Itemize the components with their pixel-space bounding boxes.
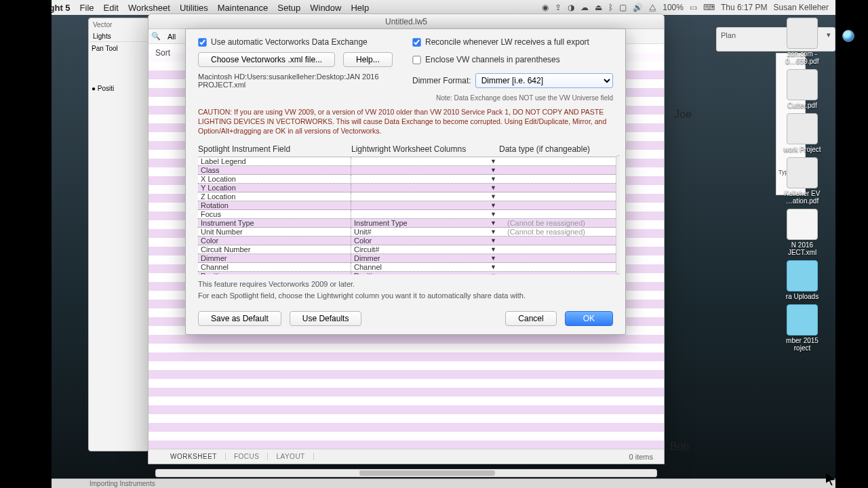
- table-row[interactable]: X Location ▼: [198, 175, 620, 184]
- volume-icon[interactable]: 🔊: [633, 3, 643, 12]
- spotlight-field: Dimmer: [198, 254, 351, 262]
- help-button[interactable]: Help...: [343, 52, 393, 67]
- lw-column-select[interactable]: ▼: [351, 176, 499, 182]
- globe-icon[interactable]: [842, 30, 854, 42]
- spotlight-field: Color: [198, 237, 351, 245]
- tab-worksheet[interactable]: WORKSHEET: [162, 453, 226, 460]
- table-row[interactable]: Unit Number Unit#▼ (Cannot be reassigned…: [198, 228, 620, 237]
- tab-all[interactable]: All: [163, 33, 180, 41]
- desktop-file[interactable]: work Project: [772, 113, 833, 153]
- menu-edit[interactable]: Edit: [104, 3, 119, 13]
- spotlight-field: Focus: [198, 210, 351, 218]
- battery-icon[interactable]: ▭: [690, 3, 697, 12]
- search-icon[interactable]: 🔍: [151, 32, 161, 41]
- menu-utilities[interactable]: Utilities: [180, 3, 208, 13]
- status-icons: ◉ ⇪ ◑ ☁︎ ⏏ ᛒ ▢ 🔊 ⧋ 100% ▭ ⌨︎ Thu 6:17 PM…: [542, 3, 863, 12]
- vw-window-title: Vector: [89, 18, 149, 31]
- cancel-button[interactable]: Cancel: [505, 311, 556, 326]
- status-icon[interactable]: ☁︎: [580, 3, 589, 12]
- desktop-file[interactable]: N 2016JECT.xml: [772, 209, 833, 256]
- mapping-table[interactable]: Label Legend ▼ Class ▼ X Location ▼ Y Lo…: [198, 157, 620, 274]
- spotlight-field: Unit Number: [198, 228, 351, 236]
- lw-footer: WORKSHEET FOCUS LAYOUT 0 items: [149, 449, 664, 464]
- window-title: Untitled.lw5: [149, 14, 664, 29]
- menu-setup[interactable]: Setup: [277, 3, 300, 13]
- table-row[interactable]: Channel Channel▼: [198, 263, 620, 272]
- table-row[interactable]: Class ▼: [198, 166, 620, 175]
- dropbox-icon[interactable]: ⇪: [555, 3, 561, 12]
- lw-column-select[interactable]: Color▼: [351, 237, 499, 245]
- menu-window[interactable]: Window: [310, 3, 341, 13]
- lw-column-select[interactable]: ▼: [351, 167, 499, 174]
- lw-column-select[interactable]: ▼: [351, 193, 499, 200]
- checkbox-reconcile[interactable]: Reconcile whenever LW receives a full ex…: [412, 37, 613, 47]
- horizontal-scrollbar[interactable]: [155, 469, 657, 477]
- desktop-file[interactable]: zon.com - 0…659.pdf: [772, 18, 833, 65]
- table-row[interactable]: Label Legend ▼: [198, 157, 620, 166]
- bluetooth-icon[interactable]: ᛒ: [608, 3, 613, 12]
- menu-help[interactable]: Help: [351, 3, 369, 13]
- choose-xml-button[interactable]: Choose Vectorworks .xml file...: [198, 52, 335, 67]
- battery-percent: 100%: [663, 3, 684, 12]
- checkbox-enclose-parens[interactable]: Enclose VW channels in parentheses: [412, 52, 613, 67]
- desktop-file[interactable]: Cutter.pdf: [772, 69, 833, 109]
- file-icon: [787, 113, 818, 144]
- table-row[interactable]: Instrument Type Instrument Type▼ (Cannot…: [198, 219, 620, 228]
- table-scrollbar[interactable]: [616, 155, 620, 274]
- table-row[interactable]: Rotation ▼: [198, 201, 620, 210]
- save-as-default-button[interactable]: Save as Default: [198, 311, 281, 326]
- col-header-lw: Lightwright Worksheet Columns: [351, 144, 499, 154]
- xml-file-path: Macintosh HD:Users:susankelleher:Desktop…: [198, 73, 399, 89]
- table-row[interactable]: Color Color▼: [198, 237, 620, 245]
- lw-column-select[interactable]: ▼: [351, 202, 499, 209]
- caution-text: CAUTION: If you are using VW 2009, or a …: [198, 107, 613, 136]
- menu-maintenance[interactable]: Maintenance: [218, 3, 268, 13]
- lw-column-select[interactable]: Dimmer▼: [351, 254, 499, 262]
- tab-focus[interactable]: FOCUS: [226, 453, 269, 460]
- column-value: Joe: [674, 108, 692, 121]
- spotlight-field: Z Location: [198, 192, 351, 201]
- table-row[interactable]: Circuit Number Circuit#▼: [198, 245, 620, 254]
- checkbox-auto-exchange[interactable]: Use automatic Vectorworks Data Exchange: [198, 37, 399, 47]
- lw-column-select[interactable]: Channel▼: [351, 263, 499, 271]
- desktop-file[interactable]: ra Uploads: [772, 260, 833, 300]
- dimmer-format-select[interactable]: Dimmer [i.e. 642]: [475, 73, 613, 88]
- table-row[interactable]: Focus ▼: [198, 210, 620, 219]
- table-row[interactable]: Z Location ▼: [198, 192, 620, 201]
- status-icon[interactable]: ◑: [568, 3, 574, 12]
- input-icon[interactable]: ⌨︎: [703, 3, 715, 12]
- table-row[interactable]: Position Position▼: [198, 272, 620, 274]
- use-defaults-button[interactable]: Use Defaults: [290, 311, 362, 326]
- status-icon[interactable]: ⏏: [595, 3, 602, 12]
- vectorworks-window: Vector Lights Pan Tool ● Positi: [88, 18, 149, 451]
- plan-dropdown[interactable]: Plan: [721, 31, 736, 39]
- spotlight-field: Y Location: [198, 184, 351, 192]
- status-icon[interactable]: ◉: [542, 3, 549, 12]
- wifi-icon[interactable]: ⧋: [649, 3, 656, 12]
- data-exchange-dialog: Use automatic Vectorworks Data Exchange …: [185, 28, 626, 335]
- folder-icon: [787, 304, 818, 336]
- menubar: Lightwright 5 File Edit Worksheet Utilit…: [0, 0, 868, 15]
- desktop-file[interactable]: mber 2015roject: [772, 304, 833, 352]
- display-icon[interactable]: ▢: [619, 3, 627, 12]
- tab-layout[interactable]: LAYOUT: [268, 453, 313, 460]
- lw-column-select[interactable]: ▼: [351, 184, 499, 191]
- username[interactable]: Susan Kelleher: [774, 3, 829, 12]
- table-row[interactable]: Y Location ▼: [198, 184, 620, 192]
- menu-worksheet[interactable]: Worksheet: [128, 3, 170, 13]
- lw-column-select[interactable]: ▼: [351, 211, 499, 218]
- lw-column-select[interactable]: Circuit#▼: [351, 245, 499, 253]
- lw-column-select[interactable]: Unit#▼: [351, 228, 499, 236]
- items-count: 0 items: [629, 453, 653, 461]
- lw-column-select[interactable]: Position▼: [351, 272, 499, 274]
- clock[interactable]: Thu 6:17 PM: [721, 3, 768, 12]
- table-row[interactable]: Dimmer Dimmer▼: [198, 254, 620, 263]
- lw-column-select[interactable]: ▼: [351, 158, 499, 165]
- lw-column-select[interactable]: Instrument Type▼: [351, 219, 499, 227]
- vw-positions-item[interactable]: ● Positi: [89, 82, 149, 95]
- menu-file[interactable]: File: [80, 3, 94, 13]
- ok-button[interactable]: OK: [565, 311, 613, 326]
- data-type-cell: (Cannot be reassigned): [499, 228, 620, 236]
- requires-note: This feature requires Vectorworks 2009 o…: [198, 279, 613, 291]
- desktop-file[interactable]: Kelleher EV…ation.pdf: [772, 157, 833, 205]
